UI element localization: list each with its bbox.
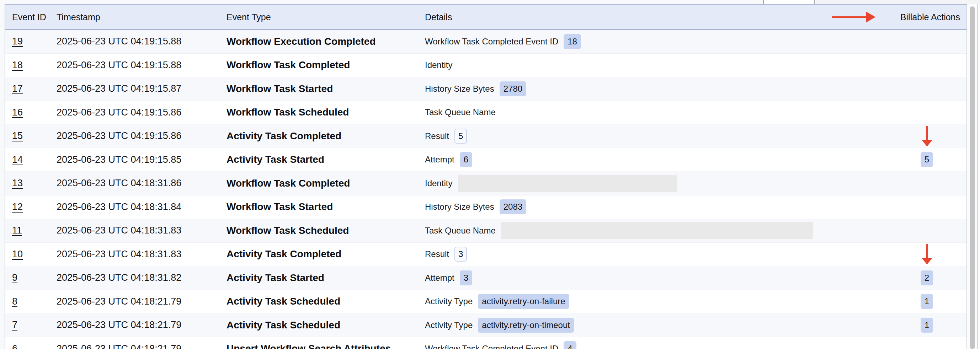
detail-value-badge: 18 [563, 34, 581, 49]
event-type: Activity Task Completed [226, 130, 341, 142]
event-id-link[interactable]: 15 [12, 130, 23, 141]
event-id-link[interactable]: 10 [12, 249, 23, 260]
event-type: Activity Task Completed [226, 248, 341, 260]
detail-value-badge: 2780 [500, 81, 526, 96]
red-down-arrow-icon [922, 126, 932, 146]
table-row[interactable]: 15 2025-06-23 UTC 04:19:15.86 Activity T… [5, 124, 966, 148]
event-type: Activity Task Scheduled [226, 296, 340, 307]
timestamp: 2025-06-23 UTC 04:18:31.86 [57, 178, 181, 189]
timestamp: 2025-06-23 UTC 04:19:15.87 [57, 83, 181, 94]
detail-label: Identity [425, 178, 452, 188]
event-id-link[interactable]: 17 [12, 83, 23, 94]
timestamp: 2025-06-23 UTC 04:18:21.79 [57, 343, 181, 349]
event-type: Activity Task Started [226, 272, 324, 284]
detail-label: Activity Type [425, 297, 473, 306]
red-right-arrow-icon [832, 12, 875, 22]
detail-label: Workflow Task Completed Event ID [425, 36, 558, 46]
cropped-toolbar-strip [0, 0, 980, 4]
event-type: Workflow Task Scheduled [226, 225, 349, 236]
table-row[interactable]: 8 2025-06-23 UTC 04:18:21.79 Activity Ta… [5, 290, 966, 314]
event-id-link[interactable]: 12 [12, 201, 23, 213]
event-id-link[interactable]: 19 [12, 36, 23, 47]
detail-value-badge: 3 [460, 270, 472, 286]
detail-label: Task Queue Name [425, 226, 496, 236]
timestamp: 2025-06-23 UTC 04:19:15.86 [57, 107, 181, 118]
detail-value-badge: activity.retry-on-failure [478, 294, 569, 309]
detail-label: History Size Bytes [425, 202, 494, 212]
redacted-value [458, 175, 677, 192]
event-id-link[interactable]: 7 [12, 319, 18, 330]
column-header-billable-actions: Billable Actions [869, 12, 966, 22]
panel-right-border [977, 4, 977, 349]
column-header-event-id: Event ID [5, 12, 57, 22]
detail-label: Result [425, 249, 449, 259]
event-type: Workflow Task Started [226, 83, 333, 95]
detail-label: Workflow Task Completed Event ID [425, 344, 558, 349]
table-row[interactable]: 17 2025-06-23 UTC 04:19:15.87 Workflow T… [5, 77, 966, 101]
event-id-link[interactable]: 9 [12, 272, 18, 283]
detail-label: Identity [425, 60, 452, 70]
event-type: Workflow Task Completed [226, 59, 350, 71]
detail-label: History Size Bytes [425, 84, 494, 94]
cropped-control-right [816, 0, 980, 4]
event-type: Workflow Task Scheduled [226, 106, 349, 118]
event-type: Upsert Workflow Search Attributes [226, 343, 391, 349]
detail-value-badge: 3 [455, 247, 467, 262]
table-row[interactable]: 11 2025-06-23 UTC 04:18:31.83 Workflow T… [5, 219, 966, 243]
detail-label: Attempt [425, 155, 455, 165]
billable-count-badge: 1 [921, 318, 933, 333]
table-row[interactable]: 10 2025-06-23 UTC 04:18:31.83 Activity T… [5, 243, 966, 267]
scrollbar[interactable] [970, 6, 975, 349]
column-header-details: Details [425, 12, 869, 22]
billable-count-badge: 1 [921, 294, 933, 309]
timestamp: 2025-06-23 UTC 04:19:15.88 [57, 60, 181, 71]
event-id-link[interactable]: 13 [12, 178, 23, 189]
table-row[interactable]: 6 2025-06-23 UTC 04:18:21.79 Upsert Work… [5, 337, 966, 349]
timestamp: 2025-06-23 UTC 04:19:15.88 [57, 36, 181, 47]
table-row[interactable]: 13 2025-06-23 UTC 04:18:31.86 Workflow T… [5, 172, 966, 195]
event-type: Workflow Task Started [226, 201, 333, 213]
timestamp: 2025-06-23 UTC 04:18:31.83 [57, 225, 181, 236]
red-down-arrow-icon [922, 244, 932, 265]
event-type: Workflow Execution Completed [226, 36, 376, 47]
timestamp: 2025-06-23 UTC 04:18:21.79 [57, 296, 181, 307]
event-id-link[interactable]: 16 [12, 107, 23, 118]
detail-label: Result [425, 131, 449, 141]
event-id-link[interactable]: 18 [12, 60, 23, 71]
table-row[interactable]: 12 2025-06-23 UTC 04:18:31.84 Workflow T… [5, 195, 966, 219]
timestamp: 2025-06-23 UTC 04:18:21.79 [57, 319, 181, 330]
timestamp: 2025-06-23 UTC 04:19:15.85 [57, 154, 181, 165]
table-body: 19 2025-06-23 UTC 04:19:15.88 Workflow E… [5, 30, 966, 349]
table-row[interactable]: 16 2025-06-23 UTC 04:19:15.86 Workflow T… [5, 101, 966, 125]
table-row[interactable]: 9 2025-06-23 UTC 04:18:31.82 Activity Ta… [5, 266, 966, 290]
cropped-control [763, 0, 815, 4]
timestamp: 2025-06-23 UTC 04:18:31.83 [57, 249, 181, 260]
event-id-link[interactable]: 6 [12, 343, 18, 349]
table-row[interactable]: 7 2025-06-23 UTC 04:18:21.79 Activity Ta… [5, 314, 966, 337]
event-id-link[interactable]: 8 [12, 296, 18, 307]
detail-label: Task Queue Name [425, 107, 496, 117]
billable-count-badge: 5 [921, 152, 933, 167]
detail-value-badge: 5 [455, 128, 467, 144]
detail-value-badge: 6 [460, 152, 472, 167]
event-type: Workflow Task Completed [226, 178, 350, 189]
event-id-link[interactable]: 14 [12, 154, 23, 165]
detail-value-badge: activity.retry-on-timeout [478, 318, 574, 333]
detail-label: Activity Type [425, 320, 473, 330]
column-header-timestamp: Timestamp [57, 12, 226, 22]
detail-value-badge: 4 [563, 341, 576, 349]
table-row[interactable]: 18 2025-06-23 UTC 04:19:15.88 Workflow T… [5, 54, 966, 78]
billable-count-badge: 2 [921, 270, 933, 286]
table-row[interactable]: 19 2025-06-23 UTC 04:19:15.88 Workflow E… [5, 30, 966, 54]
detail-label: Attempt [425, 273, 455, 283]
table-row[interactable]: 14 2025-06-23 UTC 04:19:15.85 Activity T… [5, 148, 966, 172]
event-history-table: Event ID Timestamp Event Type Details Bi… [5, 4, 967, 349]
timestamp: 2025-06-23 UTC 04:19:15.86 [57, 130, 181, 141]
event-type: Activity Task Started [226, 154, 324, 165]
column-header-event-type: Event Type [226, 12, 425, 22]
event-id-link[interactable]: 11 [12, 225, 22, 236]
detail-value-badge: 2083 [500, 199, 526, 214]
timestamp: 2025-06-23 UTC 04:18:31.82 [57, 272, 181, 283]
redacted-value [501, 222, 813, 239]
timestamp: 2025-06-23 UTC 04:18:31.84 [57, 201, 181, 213]
